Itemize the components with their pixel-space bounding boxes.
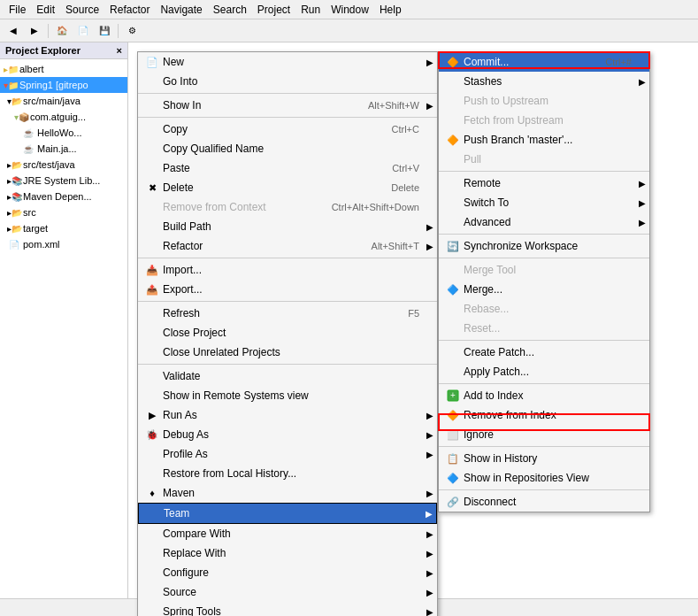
- tree-src[interactable]: ▸📂 src: [0, 204, 127, 220]
- toolbar-save[interactable]: 💾: [95, 21, 114, 41]
- toolbar-settings[interactable]: ⚙: [122, 21, 142, 41]
- submenu-switch-to[interactable]: Switch To ▶: [439, 193, 649, 212]
- ctx-spring-tools[interactable]: Spring Tools ▶: [138, 602, 437, 616]
- ctx-show-in[interactable]: Show In Alt+Shift+W ▶: [138, 96, 437, 115]
- submenu-create-patch[interactable]: Create Patch...: [439, 343, 649, 362]
- submenu-disconnect[interactable]: 🔗 Disconnect: [439, 492, 649, 512]
- submenu-add-index[interactable]: + Add to Index: [439, 386, 649, 405]
- submenu-arrow: ▶: [639, 77, 646, 87]
- ctx-source[interactable]: Source ▶: [138, 582, 437, 602]
- ctx-maven[interactable]: ♦ Maven ▶: [138, 483, 437, 503]
- submenu-show-repos[interactable]: 🔷 Show in Repositories View: [439, 468, 649, 488]
- menu-edit[interactable]: Edit: [31, 2, 60, 18]
- tree-item-label: com.atguig...: [30, 112, 86, 122]
- ctx-go-into[interactable]: Go Into: [138, 72, 437, 91]
- ctx-close-project[interactable]: Close Project: [138, 323, 437, 343]
- submenu-show-history[interactable]: 📋 Show in History: [439, 449, 649, 468]
- submenu-arrow: ▶: [639, 218, 646, 227]
- maven-icon: ♦: [145, 486, 159, 500]
- ctx-export[interactable]: 📤 Export...: [138, 280, 437, 299]
- toolbar-new[interactable]: 📄: [73, 21, 93, 41]
- explorer-close[interactable]: ×: [117, 45, 122, 56]
- tree-spring1[interactable]: ▾📁 Spring1 [gitrepo: [0, 77, 127, 93]
- empty-icon: [145, 219, 159, 234]
- empty-icon: [145, 447, 159, 461]
- submenu-sync-workspace[interactable]: 🔄 Synchronize Workspace: [439, 236, 649, 256]
- submenu-merge[interactable]: 🔷 Merge...: [439, 280, 649, 299]
- menu-navigate[interactable]: Navigate: [155, 2, 207, 18]
- ctx-replace-with[interactable]: Replace With ▶: [138, 543, 437, 563]
- menu-refactor[interactable]: Refactor: [104, 2, 155, 18]
- ctx-delete[interactable]: ✖ Delete Delete: [138, 178, 437, 197]
- menu-window[interactable]: Window: [326, 2, 374, 18]
- submenu-ignore[interactable]: ⬜ Ignore: [439, 425, 649, 444]
- submenu-remove-index[interactable]: 🔶 Remove from Index: [439, 405, 649, 425]
- submenu-sep: [439, 340, 649, 341]
- menu-run[interactable]: Run: [295, 2, 326, 18]
- ctx-validate[interactable]: Validate: [138, 366, 437, 386]
- ctx-label: New: [163, 56, 184, 68]
- ctx-label: Copy: [163, 123, 188, 135]
- ctx-restore-local[interactable]: Restore from Local History...: [138, 464, 437, 483]
- tree-src-main[interactable]: ▾📂 src/main/java: [0, 93, 127, 109]
- toolbar: ◀ ▶ 🏠 📄 💾 ⚙: [0, 19, 698, 42]
- push-icon: 🔶: [446, 133, 460, 147]
- ctx-configure[interactable]: Configure ▶: [138, 563, 437, 582]
- ctx-new[interactable]: 📄 New ▶: [138, 52, 437, 72]
- submenu-apply-patch[interactable]: Apply Patch...: [439, 362, 649, 381]
- menu-project[interactable]: Project: [252, 2, 295, 18]
- submenu-arrow: ▶: [426, 607, 433, 617]
- empty-icon: [145, 566, 159, 580]
- tree-hellowo[interactable]: ☕ HelloWo...: [0, 125, 127, 141]
- menu-file[interactable]: File: [4, 2, 31, 18]
- ctx-paste[interactable]: Paste Ctrl+V: [138, 158, 437, 178]
- shortcut-label: Ctrl+Alt+Shift+Down: [314, 202, 419, 212]
- ctx-refresh[interactable]: Refresh F5: [138, 304, 437, 323]
- tree-item-label: JRE System Lib...: [23, 175, 100, 186]
- toolbar-back[interactable]: ◀: [4, 21, 23, 41]
- ctx-team[interactable]: Team ▶: [138, 503, 437, 524]
- ctx-compare-with[interactable]: Compare With ▶: [138, 524, 437, 543]
- tree-target[interactable]: ▸📂 target: [0, 220, 127, 236]
- tree-albert[interactable]: ▸📁 albert: [0, 61, 127, 77]
- tree-maven-dep[interactable]: ▸📚 Maven Depen...: [0, 189, 127, 204]
- ctx-copy-qualified[interactable]: Copy Qualified Name: [138, 139, 437, 158]
- submenu-sep: [439, 234, 649, 235]
- ctx-copy[interactable]: Copy Ctrl+C: [138, 119, 437, 139]
- ctx-close-unrelated[interactable]: Close Unrelated Projects: [138, 343, 437, 362]
- ctx-label: Team: [164, 507, 189, 520]
- ctx-build-path[interactable]: Build Path ▶: [138, 217, 437, 236]
- toolbar-home[interactable]: 🏠: [52, 21, 72, 41]
- explorer-header: Project Explorer ×: [0, 42, 127, 59]
- ctx-profile-as[interactable]: Profile As ▶: [138, 444, 437, 464]
- ctx-label: Close Project: [163, 327, 226, 339]
- empty-icon: [145, 142, 159, 156]
- ctx-import[interactable]: 📥 Import...: [138, 260, 437, 280]
- menu-source[interactable]: Source: [60, 2, 104, 18]
- empty-icon: [145, 239, 159, 253]
- submenu-commit[interactable]: 🔶 Commit... Ctrl+#: [439, 52, 649, 72]
- ctx-show-remote[interactable]: Show in Remote Systems view: [138, 386, 437, 405]
- submenu-remote[interactable]: Remote ▶: [439, 173, 649, 193]
- submenu-push-branch[interactable]: 🔶 Push Branch 'master'...: [439, 130, 649, 150]
- tree-com-atguig[interactable]: ▾📦 com.atguig...: [0, 109, 127, 125]
- submenu-arrow: ▶: [426, 450, 433, 459]
- submenu-advanced[interactable]: Advanced ▶: [439, 212, 649, 232]
- submenu-label: Push Branch 'master'...: [464, 134, 572, 146]
- tree-pom-xml[interactable]: 📄 pom.xml: [0, 236, 127, 252]
- toolbar-forward[interactable]: ▶: [25, 21, 44, 41]
- submenu-stashes[interactable]: Stashes ▶: [439, 72, 649, 91]
- submenu-label: Rebase...: [464, 303, 509, 315]
- ctx-debug-as[interactable]: 🐞 Debug As ▶: [138, 425, 437, 444]
- menu-help[interactable]: Help: [374, 2, 407, 18]
- menu-search[interactable]: Search: [208, 2, 252, 18]
- ctx-refactor[interactable]: Refactor Alt+Shift+T ▶: [138, 236, 437, 256]
- tree-jre-lib[interactable]: ▸📚 JRE System Lib...: [0, 173, 127, 189]
- empty-icon: [145, 604, 159, 616]
- debug-icon: 🐞: [145, 427, 159, 442]
- tree-src-test[interactable]: ▸📂 src/test/java: [0, 157, 127, 173]
- tree-main-java[interactable]: ☕ Main.ja...: [0, 141, 127, 157]
- ctx-run-as[interactable]: ▶ Run As ▶: [138, 405, 437, 425]
- empty-icon: [145, 98, 159, 112]
- ctx-label: Close Unrelated Projects: [163, 346, 280, 358]
